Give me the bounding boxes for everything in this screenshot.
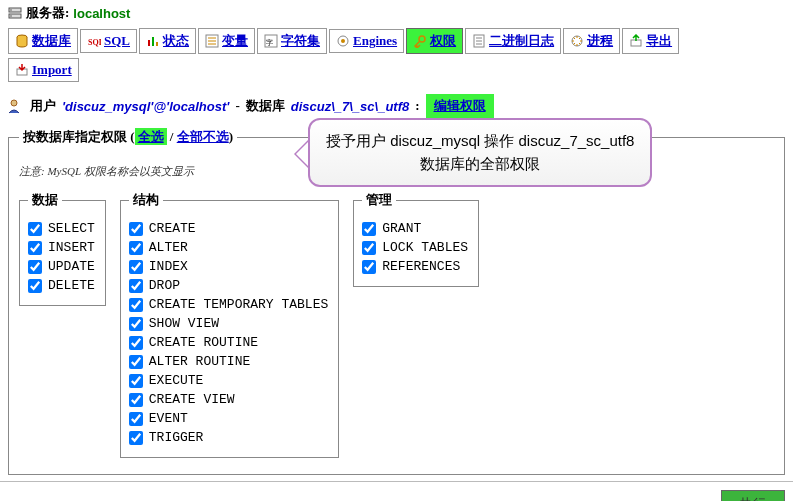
tab-import[interactable]: Import: [8, 58, 79, 82]
privilege-item-create-view[interactable]: CREATE VIEW: [129, 390, 328, 409]
tab-字符集[interactable]: 字字符集: [257, 28, 327, 54]
import-icon: [15, 63, 29, 77]
privilege-item-create[interactable]: CREATE: [129, 219, 328, 238]
privilege-checkbox[interactable]: [28, 222, 42, 236]
privilege-item-create-routine[interactable]: CREATE ROUTINE: [129, 333, 328, 352]
privilege-checkbox[interactable]: [129, 241, 143, 255]
privilege-item-create-temporary-tables[interactable]: CREATE TEMPORARY TABLES: [129, 295, 328, 314]
svg-point-13: [341, 39, 345, 43]
tab-label: 二进制日志: [489, 32, 554, 50]
privilege-checkbox[interactable]: [129, 412, 143, 426]
title-sep: -: [235, 98, 239, 114]
tab-权限[interactable]: 权限: [406, 28, 463, 54]
structure-group-title: 结构: [129, 191, 163, 209]
privilege-item-insert[interactable]: INSERT: [28, 238, 95, 257]
db-value: discuz\_7\_sc\_utf8: [291, 99, 410, 114]
callout-tail-icon: [280, 140, 308, 168]
privilege-checkbox[interactable]: [28, 279, 42, 293]
privilege-checkbox[interactable]: [129, 393, 143, 407]
export-icon: [629, 34, 643, 48]
select-all-link[interactable]: 全选: [135, 128, 167, 145]
privilege-item-index[interactable]: INDEX: [129, 257, 328, 276]
user-value: 'discuz_mysql'@'localhost': [62, 99, 229, 114]
privilege-item-lock-tables[interactable]: LOCK TABLES: [362, 238, 468, 257]
privilege-checkbox[interactable]: [362, 222, 376, 236]
svg-rect-7: [152, 37, 154, 46]
db-label: 数据库: [246, 97, 285, 115]
tab-sql[interactable]: SQLSQL: [80, 29, 137, 53]
deselect-all-link[interactable]: 全部不选: [177, 129, 229, 144]
tab-变量[interactable]: 变量: [198, 28, 255, 54]
privilege-label: DELETE: [48, 278, 95, 293]
privilege-item-alter[interactable]: ALTER: [129, 238, 328, 257]
privilege-item-drop[interactable]: DROP: [129, 276, 328, 295]
privilege-item-delete[interactable]: DELETE: [28, 276, 95, 295]
tabs-row: 数据库SQLSQL状态变量字字符集Engines权限二进制日志进程导出: [8, 28, 785, 54]
privilege-checkbox[interactable]: [129, 260, 143, 274]
tab-二进制日志[interactable]: 二进制日志: [465, 28, 561, 54]
execute-button[interactable]: 执行: [721, 490, 785, 501]
privilege-checkbox[interactable]: [129, 374, 143, 388]
privilege-item-references[interactable]: REFERENCES: [362, 257, 468, 276]
privilege-item-execute[interactable]: EXECUTE: [129, 371, 328, 390]
tab-导出[interactable]: 导出: [622, 28, 679, 54]
tab-engines[interactable]: Engines: [329, 29, 404, 53]
tab-进程[interactable]: 进程: [563, 28, 620, 54]
tab-label: 导出: [646, 32, 672, 50]
privilege-item-trigger[interactable]: TRIGGER: [129, 428, 328, 447]
svg-point-3: [10, 15, 12, 17]
legend-prefix: 按数据库指定权限: [23, 129, 127, 144]
vars-icon: [205, 34, 219, 48]
sql-icon: SQL: [87, 34, 101, 48]
privilege-item-update[interactable]: UPDATE: [28, 257, 95, 276]
privilege-checkbox[interactable]: [129, 222, 143, 236]
privilege-checkbox[interactable]: [362, 241, 376, 255]
privilege-label: CREATE TEMPORARY TABLES: [149, 297, 328, 312]
privilege-checkbox[interactable]: [362, 260, 376, 274]
privilege-checkbox[interactable]: [129, 317, 143, 331]
svg-text:SQL: SQL: [88, 38, 101, 47]
main-fieldset-wrap: 按数据库指定权限 (全选 / 全部不选) 注意: MySQL 权限名称会以英文显…: [8, 128, 785, 475]
privilege-label: CREATE VIEW: [149, 392, 235, 407]
privilege-item-event[interactable]: EVENT: [129, 409, 328, 428]
tab-label: Import: [32, 62, 72, 78]
tab-数据库[interactable]: 数据库: [8, 28, 78, 54]
callout-line2: 数据库的全部权限: [326, 153, 634, 176]
privilege-item-alter-routine[interactable]: ALTER ROUTINE: [129, 352, 328, 371]
tab-label: Engines: [353, 33, 397, 49]
privilege-item-grant[interactable]: GRANT: [362, 219, 468, 238]
svg-rect-6: [148, 40, 150, 46]
privilege-label: DROP: [149, 278, 180, 293]
svg-text:字: 字: [266, 38, 273, 47]
privilege-checkbox[interactable]: [28, 241, 42, 255]
svg-point-2: [10, 9, 12, 11]
data-group: 数据 SELECTINSERTUPDATEDELETE: [19, 191, 106, 306]
tab-label: 进程: [587, 32, 613, 50]
database-icon: [15, 34, 29, 48]
privilege-label: REFERENCES: [382, 259, 460, 274]
callout-bubble: 授予用户 discuz_mysql 操作 discuz_7_sc_utf8 数据…: [308, 118, 652, 187]
privilege-item-select[interactable]: SELECT: [28, 219, 95, 238]
privilege-label: ALTER: [149, 240, 188, 255]
footer-bar: 执行: [0, 481, 793, 501]
admin-group-title: 管理: [362, 191, 396, 209]
privilege-label: INSERT: [48, 240, 95, 255]
tab-label: 变量: [222, 32, 248, 50]
tab-label: 数据库: [32, 32, 71, 50]
privilege-label: CREATE ROUTINE: [149, 335, 258, 350]
edit-privileges-button[interactable]: 编辑权限: [426, 94, 494, 118]
privilege-checkbox[interactable]: [129, 279, 143, 293]
tab-状态[interactable]: 状态: [139, 28, 196, 54]
privilege-item-show-view[interactable]: SHOW VIEW: [129, 314, 328, 333]
privilege-label: SELECT: [48, 221, 95, 236]
privilege-checkbox[interactable]: [28, 260, 42, 274]
permission-groups: 数据 SELECTINSERTUPDATEDELETE 结构 CREATEALT…: [19, 191, 774, 458]
privilege-label: INDEX: [149, 259, 188, 274]
privilege-checkbox[interactable]: [129, 298, 143, 312]
privilege-checkbox[interactable]: [129, 355, 143, 369]
privilege-checkbox[interactable]: [129, 431, 143, 445]
tab-label: 权限: [430, 32, 456, 50]
privilege-checkbox[interactable]: [129, 336, 143, 350]
user-label: 用户: [30, 97, 56, 115]
server-icon: [8, 6, 22, 20]
